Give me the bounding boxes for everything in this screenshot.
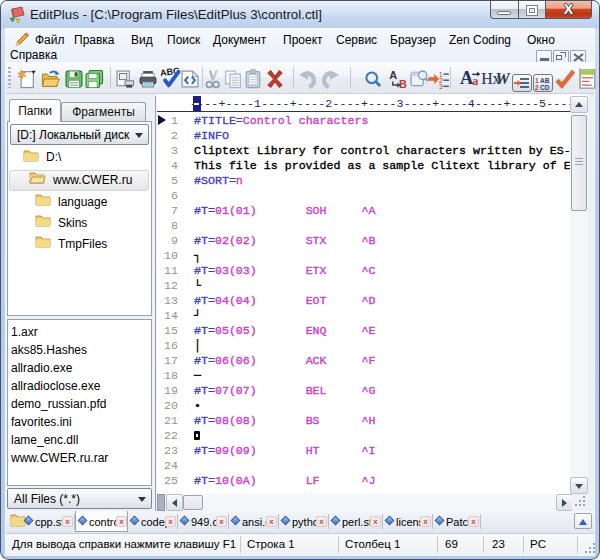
svg-text:3: 3 (439, 83, 443, 90)
svg-text:a: a (472, 74, 478, 88)
svg-text:AB: AB (540, 77, 550, 84)
svg-text:2: 2 (535, 84, 539, 91)
svg-text:A: A (389, 69, 397, 81)
svg-text:1: 1 (535, 77, 539, 84)
svg-text:B: B (399, 78, 407, 90)
svg-text:W: W (496, 70, 512, 87)
svg-text:CD: CD (540, 84, 550, 91)
